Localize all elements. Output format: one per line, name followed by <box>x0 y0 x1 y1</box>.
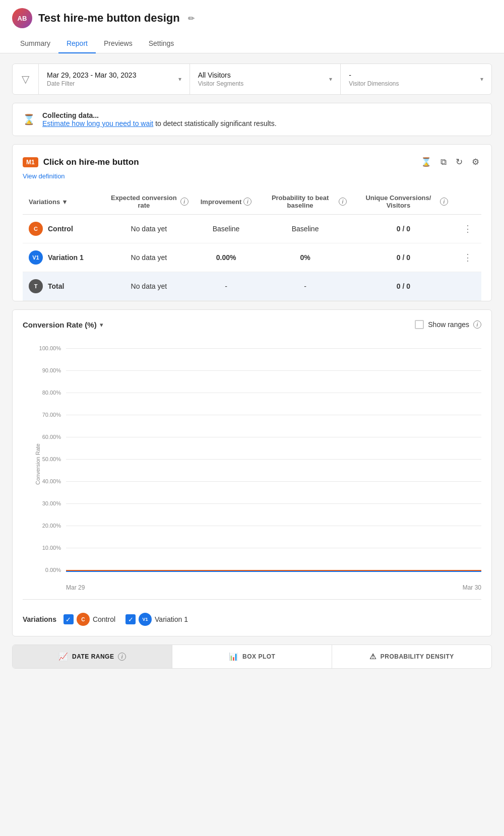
bottom-tabs: 📈 DATE RANGE i 📊 BOX PLOT ⚠ PROBABILITY … <box>12 645 492 669</box>
date-range-icon: 📈 <box>58 652 69 661</box>
v1-name: Variation 1 <box>48 253 84 262</box>
segment-filter-value: All Visitors <box>198 71 244 79</box>
show-ranges-info-icon[interactable]: i <box>473 320 481 329</box>
chart-section: Conversion Rate (%) ▾ Show ranges i Conv… <box>12 309 492 636</box>
control-probability: Baseline <box>258 215 352 243</box>
legend-item-v1: ✓ V1 Variation 1 <box>125 613 188 626</box>
collecting-message: Collecting data... <box>42 111 99 119</box>
filter-icon-section: ▽ <box>13 64 39 94</box>
box-plot-icon: 📊 <box>229 652 239 661</box>
probability-info-icon[interactable]: i <box>339 198 347 206</box>
date-filter[interactable]: Mar 29, 2023 - Mar 30, 2023 Date Filter … <box>39 64 190 94</box>
chart-title-row[interactable]: Conversion Rate (%) ▾ <box>23 320 103 329</box>
variations-legend-label: Variations <box>23 615 56 623</box>
total-improvement: - <box>195 272 258 301</box>
collecting-suffix: to detect statistically significant resu… <box>153 119 276 127</box>
metric-title: Click on hire-me button <box>43 157 139 167</box>
segment-filter-label: Visitor Segments <box>198 80 244 87</box>
tab-date-range[interactable]: 📈 DATE RANGE i <box>13 645 172 668</box>
date-filter-label: Date Filter <box>47 80 136 87</box>
metric-copy-button[interactable]: ⧉ <box>438 155 449 169</box>
control-legend-checkbox[interactable]: ✓ <box>64 614 74 624</box>
table-row: V1 Variation 1 No data yet 0.00% 0% 0 / … <box>23 243 481 272</box>
col-variations: Variations ▾ <box>23 189 103 215</box>
control-more-button[interactable]: ⋮ <box>460 222 475 235</box>
control-legend-dot: C <box>77 613 90 626</box>
v1-legend-name: Variation 1 <box>155 615 188 623</box>
total-probability: - <box>258 272 352 301</box>
edit-title-button[interactable]: ✏ <box>186 12 197 25</box>
col-probability: Probability to beat baseline i <box>258 189 352 215</box>
metric-card-header: M1 Click on hire-me button ⌛ ⧉ ↻ ⚙ <box>23 155 481 169</box>
collecting-notice: ⌛ Collecting data... Estimate how long y… <box>12 103 492 136</box>
chart-title: Conversion Rate (%) <box>23 320 97 329</box>
dimension-filter-value: - <box>349 71 399 79</box>
dimension-filter-chevron: ▾ <box>480 76 483 83</box>
control-expected-rate: No data yet <box>103 215 195 243</box>
tab-settings[interactable]: Settings <box>141 34 182 53</box>
main-content: ▽ Mar 29, 2023 - Mar 30, 2023 Date Filte… <box>0 53 504 679</box>
probability-density-icon: ⚠ <box>369 652 376 661</box>
chart-area: Conversion Rate 100.00%90.00%80.00%70.00… <box>23 337 481 591</box>
metric-settings-button[interactable]: ⚙ <box>470 155 481 169</box>
page-header: AB Test hire-me button design ✏ Summary … <box>0 0 504 53</box>
total-expected-rate: No data yet <box>103 272 195 301</box>
chart-dropdown-arrow: ▾ <box>100 321 103 329</box>
header-top: AB Test hire-me button design ✏ <box>12 8 492 28</box>
tab-box-plot[interactable]: 📊 BOX PLOT <box>172 645 332 668</box>
show-ranges-label: Show ranges <box>428 320 469 329</box>
tab-report[interactable]: Report <box>58 34 96 53</box>
v1-legend-dot: V1 <box>139 613 152 626</box>
date-filter-value: Mar 29, 2023 - Mar 30, 2023 <box>47 71 136 79</box>
metric-badge: M1 <box>23 157 38 167</box>
metric-actions: ⌛ ⧉ ↻ ⚙ <box>419 155 481 169</box>
x-axis-end: Mar 30 <box>463 584 481 591</box>
segment-filter[interactable]: All Visitors Visitor Segments ▾ <box>190 64 341 94</box>
v1-expected-rate: No data yet <box>103 243 195 272</box>
tab-summary[interactable]: Summary <box>12 34 58 53</box>
date-range-label: DATE RANGE <box>72 653 114 660</box>
table-row: C Control No data yet Baseline Baseline … <box>23 215 481 243</box>
total-conversions: 0 / 0 <box>353 272 454 301</box>
conversions-info-icon[interactable]: i <box>440 198 448 206</box>
metric-hourglass-button[interactable]: ⌛ <box>419 155 433 169</box>
v1-more-button[interactable]: ⋮ <box>460 251 475 264</box>
nav-tabs: Summary Report Previews Settings <box>12 34 492 53</box>
control-dot: C <box>29 222 43 236</box>
improvement-info-icon[interactable]: i <box>243 198 251 206</box>
show-ranges-checkbox[interactable] <box>415 320 424 329</box>
v1-probability: 0% <box>258 243 352 272</box>
chart-header: Conversion Rate (%) ▾ Show ranges i <box>23 320 481 329</box>
probability-density-label: PROBABILITY DENSITY <box>381 653 454 660</box>
table-row-total: T Total No data yet - - 0 / 0 <box>23 272 481 301</box>
segment-filter-chevron: ▾ <box>329 76 332 83</box>
filter-icon: ▽ <box>22 73 29 85</box>
col-expected-rate: Expected conversion rate i <box>103 189 195 215</box>
dimension-filter-label: Visitor Dimensions <box>349 80 399 87</box>
view-definition-link[interactable]: View definition <box>23 172 481 180</box>
estimate-link[interactable]: Estimate how long you need to wait <box>42 119 153 127</box>
tab-probability-density[interactable]: ⚠ PROBABILITY DENSITY <box>332 645 491 668</box>
dimension-filter[interactable]: - Visitor Dimensions ▾ <box>341 64 491 94</box>
box-plot-label: BOX PLOT <box>242 653 275 660</box>
expected-rate-info-icon[interactable]: i <box>180 198 188 206</box>
metric-refresh-button[interactable]: ↻ <box>454 155 465 169</box>
date-filter-chevron: ▾ <box>178 76 181 83</box>
total-dot: T <box>29 279 43 293</box>
date-range-info-icon[interactable]: i <box>118 653 126 661</box>
v1-conversions: 0 / 0 <box>353 243 454 272</box>
variations-filter-icon[interactable]: ▾ <box>63 198 67 206</box>
v1-improvement: 0.00% <box>195 243 258 272</box>
y-axis-label: Conversion Rate <box>35 434 41 494</box>
col-conversions: Unique Conversions/ Visitors i <box>353 189 454 215</box>
x-axis-start: Mar 29 <box>66 584 85 591</box>
control-legend-name: Control <box>93 615 115 623</box>
show-ranges-row: Show ranges i <box>415 320 481 329</box>
tab-previews[interactable]: Previews <box>96 34 141 53</box>
v1-legend-checkbox[interactable]: ✓ <box>125 614 136 624</box>
variations-legend: Variations ✓ C Control ✓ V1 Variation 1 <box>23 613 481 626</box>
filter-bar: ▽ Mar 29, 2023 - Mar 30, 2023 Date Filte… <box>12 63 492 95</box>
hourglass-icon: ⌛ <box>23 113 35 125</box>
variations-table: Variations ▾ Expected conversion rate i … <box>23 189 481 301</box>
page-title: Test hire-me button design <box>38 12 180 25</box>
